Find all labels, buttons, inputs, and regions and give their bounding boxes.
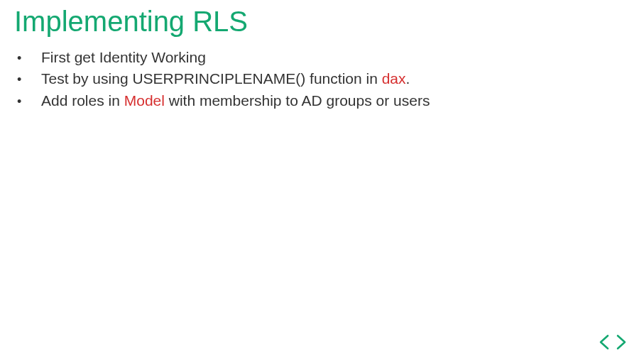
- bullet-icon: •: [17, 49, 41, 67]
- bullet-text: First get Identity Working: [41, 47, 630, 68]
- bullet-text-prefix: Test by using USERPRINCIPLENAME() functi…: [41, 70, 382, 87]
- bullet-text: Test by using USERPRINCIPLENAME() functi…: [41, 68, 630, 89]
- list-item: • Add roles in Model with membership to …: [17, 90, 630, 111]
- bullet-highlight: dax: [382, 70, 406, 87]
- bullet-text-suffix: with membership to AD groups or users: [165, 92, 430, 109]
- list-item: • First get Identity Working: [17, 47, 630, 68]
- bullet-icon: •: [17, 92, 41, 111]
- bullet-text-prefix: Add roles in: [41, 92, 124, 109]
- list-item: • Test by using USERPRINCIPLENAME() func…: [17, 68, 630, 89]
- bullet-highlight: Model: [124, 92, 165, 109]
- bullet-text-suffix: .: [406, 70, 410, 87]
- bullet-icon: •: [17, 70, 41, 89]
- bullet-text: Add roles in Model with membership to AD…: [41, 90, 630, 111]
- slide: Implementing RLS • First get Identity Wo…: [0, 0, 644, 362]
- bullet-list: • First get Identity Working • Test by u…: [14, 47, 630, 111]
- nav-arrows-icon[interactable]: [597, 334, 628, 351]
- slide-title: Implementing RLS: [14, 6, 630, 37]
